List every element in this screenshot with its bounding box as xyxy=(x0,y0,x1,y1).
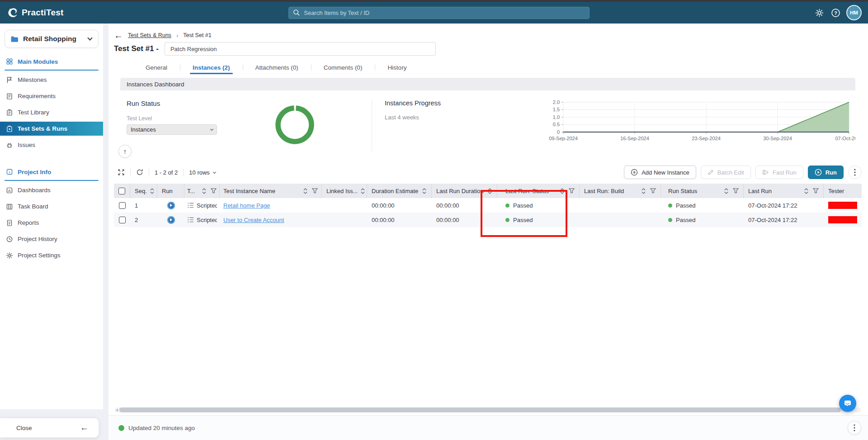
dashboard-bar-title: Instances Dashboard xyxy=(127,81,184,88)
column-label: Duration Estimate xyxy=(372,188,418,194)
test-set-name-input[interactable] xyxy=(165,42,436,56)
column-test-instance-name[interactable]: Test Instance Name xyxy=(220,184,322,198)
fast-run-button[interactable]: Fast Run xyxy=(755,166,803,179)
sidebar-item-milestones[interactable]: Milestones xyxy=(0,73,103,87)
scroll-left-arrow-icon[interactable] xyxy=(116,409,118,412)
flag-icon xyxy=(6,76,13,84)
svg-text:09-Sep-2024: 09-Sep-2024 xyxy=(549,136,578,141)
seq-cell: 1 xyxy=(130,202,157,209)
status-label: Passed xyxy=(676,217,695,223)
run-instance-button[interactable] xyxy=(167,202,175,209)
settings-gear-icon[interactable] xyxy=(815,8,824,18)
project-selector[interactable]: Retail Shopping xyxy=(5,30,99,48)
row-checkbox[interactable] xyxy=(119,217,126,223)
svg-text:2.0: 2.0 xyxy=(553,99,560,105)
sidebar-item-issues[interactable]: Issues xyxy=(0,138,103,152)
column-duration-estimate[interactable]: Duration Estimate xyxy=(367,184,432,198)
svg-text:?: ? xyxy=(834,10,837,15)
sort-icon[interactable] xyxy=(202,188,207,194)
sort-icon[interactable] xyxy=(303,188,308,194)
horizontal-scrollbar[interactable] xyxy=(115,407,861,412)
chat-support-button[interactable] xyxy=(839,395,856,412)
run-play-icon xyxy=(815,169,822,176)
toolbar-divider xyxy=(183,169,184,176)
scroll-top-button[interactable]: ↑ xyxy=(118,145,132,158)
sidebar-item-label: Reports xyxy=(18,219,39,226)
search-input[interactable] xyxy=(304,9,585,16)
rows-per-page-select[interactable]: 10 rows xyxy=(189,169,216,176)
run-button[interactable]: Run xyxy=(808,166,844,179)
tab-general[interactable]: General xyxy=(133,61,180,74)
instances-dashboard-header[interactable]: Instances Dashboard xyxy=(120,78,855,90)
sidebar-item-label: Project Settings xyxy=(18,252,61,259)
sidebar-item-project-settings[interactable]: Project Settings xyxy=(0,248,103,262)
filter-icon[interactable] xyxy=(569,188,575,194)
filter-icon[interactable] xyxy=(312,188,318,194)
column-last-run-duration[interactable]: Last Run Duration xyxy=(432,184,497,198)
test-instance-link[interactable]: User to Create Account xyxy=(223,217,284,223)
help-icon[interactable]: ? xyxy=(831,8,840,18)
main-content: ← Test Sets & Runs › Test Set #1 Test Se… xyxy=(108,24,868,415)
sort-icon[interactable] xyxy=(487,188,492,194)
sidebar-item-requirements[interactable]: Requirements xyxy=(0,89,103,103)
add-new-instance-button[interactable]: Add New Instance xyxy=(624,166,696,179)
sidebar-item-dashboards[interactable]: Dashboards xyxy=(0,183,103,197)
search-bar[interactable] xyxy=(288,7,590,19)
breadcrumb-link[interactable]: Test Sets & Runs xyxy=(128,32,171,38)
user-avatar[interactable]: HM xyxy=(847,6,861,19)
run-instance-button[interactable] xyxy=(167,216,175,224)
brand-name: PractiTest xyxy=(22,8,63,18)
brand-logo[interactable]: PractiTest xyxy=(7,7,63,19)
pencil-icon xyxy=(708,169,714,175)
sort-icon[interactable] xyxy=(560,188,565,194)
tester-redaction xyxy=(828,202,857,209)
toolbar-divider xyxy=(149,169,149,176)
filter-icon[interactable] xyxy=(650,188,656,194)
plus-circle-icon xyxy=(631,169,638,176)
sort-icon[interactable] xyxy=(641,188,646,194)
scrollbar-thumb[interactable] xyxy=(119,407,841,412)
row-checkbox[interactable] xyxy=(119,202,126,209)
column-tester[interactable]: Tester xyxy=(824,184,862,198)
tab-history[interactable]: History xyxy=(375,61,419,74)
column-last-run-status[interactable]: Last Run: Status xyxy=(497,184,580,198)
close-sidebar-button[interactable]: Close ← xyxy=(0,418,99,438)
sort-icon[interactable] xyxy=(724,188,729,194)
fast-run-icon xyxy=(762,169,769,175)
column-last-run-build[interactable]: Last Run: Build xyxy=(580,184,661,198)
filter-icon[interactable] xyxy=(813,188,819,194)
refresh-icon[interactable] xyxy=(136,169,143,176)
filter-icon[interactable] xyxy=(211,188,217,194)
sort-icon[interactable] xyxy=(422,188,427,194)
sidebar-item-project-history[interactable]: Project History xyxy=(0,232,103,246)
svg-text:30-Sep-2024: 30-Sep-2024 xyxy=(763,136,792,141)
column-seq[interactable]: Seq. xyxy=(130,184,157,198)
column-linked-issues[interactable]: Linked Iss... xyxy=(322,184,367,198)
batch-edit-button[interactable]: Batch Edit xyxy=(701,166,751,179)
checkbox[interactable] xyxy=(118,188,125,194)
tab-comments[interactable]: Comments (0) xyxy=(311,61,375,74)
column-type[interactable]: T... xyxy=(184,184,220,198)
run-status-cell: Passed xyxy=(668,217,695,223)
footer-more-options-button[interactable] xyxy=(848,421,861,435)
sidebar-item-task-board[interactable]: Task Board xyxy=(0,199,103,213)
sort-icon[interactable] xyxy=(150,188,155,194)
test-instance-link[interactable]: Retail home Page xyxy=(223,202,270,209)
select-all-checkbox[interactable] xyxy=(114,184,130,198)
sidebar-item-test-sets-runs[interactable]: Test Sets & Runs xyxy=(0,122,103,136)
column-run[interactable]: Run xyxy=(157,184,184,198)
test-level-select[interactable]: Instances xyxy=(127,124,217,135)
sidebar-item-test-library[interactable]: Test Library xyxy=(0,105,103,119)
tab-attachments[interactable]: Attachments (0) xyxy=(243,61,311,74)
sort-icon[interactable] xyxy=(804,188,809,194)
tab-instances[interactable]: Instances (2) xyxy=(180,61,243,74)
table-more-options-button[interactable] xyxy=(848,166,862,179)
expand-table-icon[interactable] xyxy=(118,169,125,176)
sort-icon[interactable] xyxy=(360,188,365,194)
column-run-status[interactable]: Run Status xyxy=(661,184,744,198)
progress-subtitle: Last 4 weeks xyxy=(385,114,441,121)
filter-icon[interactable] xyxy=(733,188,739,194)
column-last-run[interactable]: Last Run xyxy=(744,184,824,198)
sidebar-item-reports[interactable]: Reports xyxy=(0,216,103,230)
back-arrow-icon[interactable]: ← xyxy=(114,31,123,40)
